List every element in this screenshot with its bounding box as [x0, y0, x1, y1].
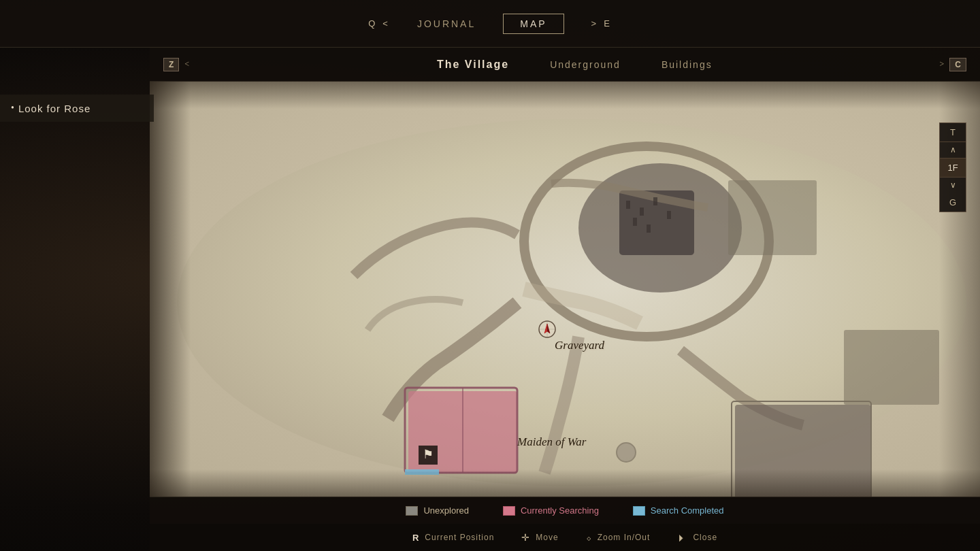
village-tab[interactable]: The Village [437, 59, 509, 71]
map-legend: Unexplored Currently Searching Search Co… [150, 497, 980, 524]
zoom-icon: ⬦ [586, 532, 592, 543]
close-icon: ⏵ [677, 532, 687, 543]
map-svg: ⚑ [150, 82, 980, 497]
quest-objective: • Look for Rose [0, 95, 154, 122]
move-control: ✛ Move [521, 532, 558, 543]
svg-rect-13 [728, 180, 817, 255]
legend-searching: Currently Searching [503, 505, 599, 516]
searching-label: Currently Searching [521, 505, 599, 516]
move-label: Move [536, 533, 558, 542]
map-container[interactable]: ⚑ [150, 82, 980, 497]
area-tabs: The Village Underground Buildings [210, 59, 939, 71]
buildings-tab[interactable]: Buildings [662, 59, 713, 70]
svg-point-20 [617, 443, 636, 462]
legend-completed: Search Completed [633, 505, 724, 516]
position-label: Current Position [425, 533, 494, 542]
svg-rect-12 [844, 330, 939, 405]
floor-up-arrow[interactable]: ∧ [940, 142, 966, 158]
area-nav-left[interactable]: Z < [150, 58, 189, 71]
floor-panel: T ∧ 1F ∨ G [939, 122, 966, 212]
z-key[interactable]: Z [163, 58, 179, 71]
map-nav-right[interactable]: > E [591, 18, 612, 29]
completed-label: Search Completed [651, 505, 724, 516]
position-control: R Current Position [412, 533, 494, 543]
left-arrow: < [184, 59, 189, 69]
unexplored-color-swatch [406, 506, 418, 516]
bottom-controls: R Current Position ✛ Move ⬦ Zoom In/Out … [150, 524, 980, 551]
position-key: R [412, 533, 419, 543]
completed-color-swatch [633, 506, 645, 516]
unexplored-label: Unexplored [423, 505, 469, 516]
journal-arrow-left: < [382, 18, 390, 29]
journal-q-key[interactable]: Q [368, 18, 377, 29]
top-navigation: Q < JOURNAL MAP > E [0, 0, 980, 48]
map-blur-bottom [150, 469, 980, 497]
svg-rect-17 [667, 211, 671, 219]
close-control: ⏵ Close [677, 532, 717, 543]
svg-text:⚑: ⚑ [423, 448, 434, 461]
svg-rect-18 [633, 218, 637, 226]
floor-current: 1F [940, 158, 966, 178]
svg-rect-19 [647, 224, 651, 233]
g-key[interactable]: G [940, 193, 966, 212]
map-blur-left [150, 82, 191, 497]
t-key[interactable]: T [940, 123, 966, 142]
zoom-label: Zoom In/Out [598, 533, 651, 542]
quest-text: Look for Rose [18, 103, 91, 114]
close-label: Close [693, 533, 717, 542]
quest-bullet: • [11, 103, 14, 114]
underground-tab[interactable]: Underground [550, 59, 621, 70]
svg-rect-16 [653, 197, 657, 205]
searching-color-swatch [503, 506, 515, 516]
area-nav-right[interactable]: > C [940, 58, 980, 71]
c-key[interactable]: C [949, 58, 966, 71]
map-tab[interactable]: MAP [503, 14, 564, 34]
player-marker [538, 320, 557, 339]
map-arrow-right: > [591, 18, 599, 29]
map-blur-top [150, 82, 980, 109]
floor-down-arrow[interactable]: ∨ [940, 178, 966, 193]
right-arrow: > [940, 59, 945, 69]
area-navigation: Z < The Village Underground Buildings > … [150, 48, 980, 82]
map-e-key[interactable]: E [604, 18, 612, 29]
svg-rect-14 [626, 201, 630, 209]
move-icon: ✛ [521, 532, 530, 543]
map-canvas: ⚑ [150, 82, 980, 497]
journal-key[interactable]: Q < [368, 18, 390, 29]
zoom-control: ⬦ Zoom In/Out [586, 532, 651, 543]
svg-rect-15 [640, 207, 644, 216]
legend-unexplored: Unexplored [406, 505, 469, 516]
journal-tab[interactable]: JOURNAL [417, 18, 476, 29]
